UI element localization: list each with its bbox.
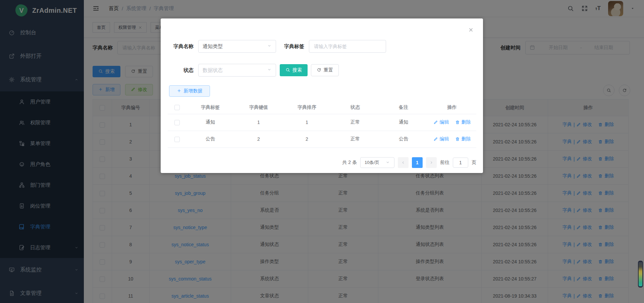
delete-link[interactable]: 删除 (462, 119, 471, 125)
cell-dict-value: 1 (234, 114, 283, 131)
dict-data-table: 字典标签字典键值字典排序状态备注操作通知11正常通知编辑删除公告22正常公告编辑… (168, 101, 476, 148)
page-unit-label: 页 (472, 160, 476, 166)
chevron-right-icon (429, 160, 434, 165)
search-s-icon (285, 68, 290, 72)
cell-dict-value: 2 (234, 131, 283, 147)
modal-column-header-2: 字典排序 (283, 101, 331, 114)
modal-row-checkbox[interactable] (174, 137, 180, 142)
trash-icon (455, 137, 460, 141)
close-icon[interactable] (468, 27, 474, 33)
modal-dict-label-input[interactable] (309, 40, 386, 53)
chevron-down-icon (385, 160, 390, 166)
modal-status-label: 状态 (169, 67, 194, 74)
modal-form-row-1: 字典名称 通知类型 字典标签 (169, 40, 386, 53)
cell-dict-sort: 1 (283, 114, 331, 131)
chevron-down-icon (267, 43, 272, 49)
chevron-left-icon (401, 160, 406, 165)
modal-column-header-0: 字典标签 (186, 101, 234, 114)
cell-status: 正常 (331, 114, 379, 131)
cell-remark: 公告 (379, 131, 428, 147)
chevron-down-icon (267, 43, 272, 48)
chevron-down-icon (267, 67, 272, 72)
current-page-button[interactable]: 1 (412, 157, 423, 168)
modal-dict-label-label: 字典标签 (284, 43, 304, 50)
modal-column-header-1: 字典键值 (234, 101, 283, 114)
modal-dict-name-select[interactable]: 通知类型 (198, 40, 276, 53)
edit-link[interactable]: 编辑 (440, 136, 449, 142)
modal-select-all-checkbox[interactable] (174, 105, 180, 110)
next-page-button[interactable] (426, 157, 437, 168)
chevron-down-icon (267, 67, 272, 73)
modal-status-select[interactable]: 数据状态 (198, 64, 276, 77)
modal-table-header-row: 字典标签字典键值字典排序状态备注操作 (168, 101, 476, 114)
goto-page-input[interactable] (453, 158, 468, 168)
modal-column-header-4: 备注 (379, 101, 428, 114)
trash-icon (455, 120, 460, 125)
pagination-total: 共 2 条 (342, 160, 357, 166)
modal-table-row: 通知11正常通知编辑删除 (168, 114, 476, 131)
cell-dict-label: 公告 (186, 131, 234, 147)
pencil-icon (433, 120, 438, 125)
edit-link[interactable]: 编辑 (440, 119, 449, 125)
modal-row-checkbox[interactable] (174, 120, 180, 125)
scrollbar-thumb[interactable] (638, 261, 643, 288)
page-size-select[interactable]: 10条/页 (360, 157, 394, 168)
plus-icon (177, 88, 181, 94)
cell-dict-sort: 2 (283, 131, 331, 147)
refresh-icon (317, 68, 321, 72)
pencil-icon (433, 137, 438, 141)
search-icon (285, 68, 290, 73)
close-icon (468, 27, 474, 33)
cell-remark: 通知 (379, 114, 428, 131)
cell-dict-label: 通知 (186, 114, 234, 131)
modal-dict-name-label: 字典名称 (169, 43, 194, 50)
modal-form-row-2: 状态 数据状态 搜索 重置 (169, 64, 339, 77)
cell-status: 正常 (331, 131, 379, 147)
chevron-down-icon (385, 160, 390, 165)
modal-column-header-3: 状态 (331, 101, 379, 114)
refresh-icon (317, 68, 321, 73)
plus-icon (177, 88, 181, 93)
modal-add-data-button[interactable]: 新增数据 (169, 85, 210, 97)
delete-link[interactable]: 删除 (462, 136, 471, 142)
modal-search-button[interactable]: 搜索 (280, 64, 308, 76)
modal-table-row: 公告22正常公告编辑删除 (168, 131, 476, 147)
dict-data-modal: 字典名称 通知类型 字典标签 状态 数据状态 搜索 重置 新增数据 字典标签字典 (161, 18, 483, 173)
pagination: 共 2 条 10条/页 1 前往 页 (342, 157, 476, 168)
modal-row-actions: 编辑删除 (433, 119, 471, 125)
prev-page-button[interactable] (398, 157, 409, 168)
modal-row-actions: 编辑删除 (433, 136, 471, 142)
modal-reset-button[interactable]: 重置 (311, 64, 339, 76)
modal-column-header-5: 操作 (428, 101, 476, 114)
goto-label: 前往 (440, 160, 449, 166)
